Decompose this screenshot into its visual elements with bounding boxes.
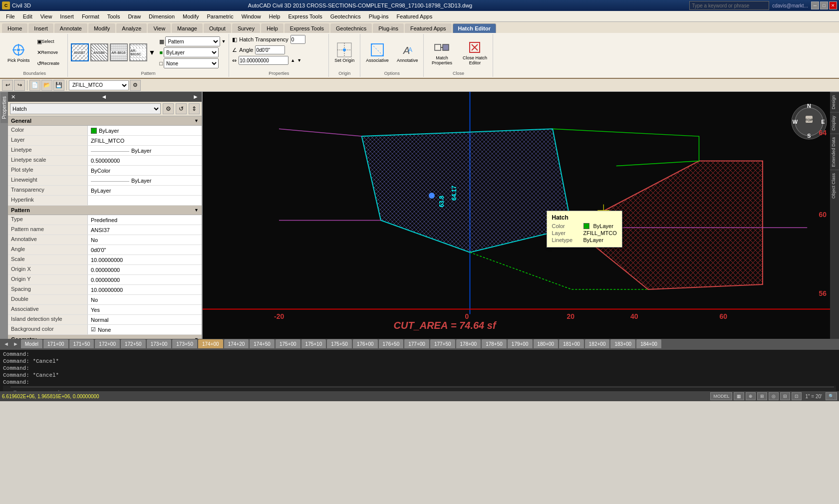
- layer-dropdown[interactable]: ZFILL_MTCO: [69, 80, 129, 90]
- undo-button[interactable]: ↩: [2, 80, 13, 91]
- pattern-ansb7[interactable]: ANSB7: [71, 43, 89, 61]
- viewport-tab-display[interactable]: Display: [830, 112, 839, 134]
- section-pattern[interactable]: Pattern ▼: [8, 206, 202, 215]
- restore-button[interactable]: □: [820, 1, 828, 9]
- pattern-bgcolor-select[interactable]: None: [164, 58, 219, 68]
- object-type-dropdown[interactable]: Hatch: [10, 103, 161, 114]
- pick-points-button[interactable]: Pick Points: [5, 40, 32, 64]
- tab-analyze[interactable]: Analyze: [116, 23, 147, 33]
- transparency-input[interactable]: [290, 35, 305, 44]
- menu-geotechnics[interactable]: Geotechnics: [326, 12, 365, 20]
- prop-lineweight-value[interactable]: ——————— ByLayer: [88, 176, 202, 185]
- snap-button[interactable]: ⊕: [746, 392, 756, 400]
- tab-177+00[interactable]: 177+00: [404, 339, 429, 348]
- menu-edit[interactable]: Edit: [19, 12, 36, 20]
- pattern-arb816[interactable]: AR-B816: [110, 43, 128, 61]
- menu-plugins[interactable]: Plug-ins: [365, 12, 393, 20]
- menu-window[interactable]: Window: [238, 12, 265, 20]
- tab-home[interactable]: Home: [2, 23, 27, 33]
- prop-bg-color-value[interactable]: ☑ None: [88, 325, 202, 334]
- tab-184+00[interactable]: 184+00: [636, 339, 661, 348]
- tab-178+00[interactable]: 178+00: [456, 339, 481, 348]
- osnap-button[interactable]: ⊟: [780, 392, 790, 400]
- tab-171+00[interactable]: 171+00: [43, 339, 68, 348]
- open-button[interactable]: 📂: [41, 80, 52, 91]
- prop-plot-style-value[interactable]: ByColor: [88, 166, 202, 175]
- tab-182+00[interactable]: 182+00: [585, 339, 610, 348]
- minimize-button[interactable]: ─: [811, 1, 819, 9]
- tab-insert[interactable]: Insert: [28, 23, 53, 33]
- tab-help[interactable]: Help: [261, 23, 283, 33]
- viewport-tab-extended[interactable]: Extended Data: [830, 134, 839, 170]
- layer-props-button[interactable]: ⚙: [130, 80, 141, 91]
- menu-view[interactable]: View: [36, 12, 56, 20]
- redo-button[interactable]: ↪: [14, 80, 25, 91]
- tab-174+20[interactable]: 174+20: [224, 339, 249, 348]
- menu-parametric[interactable]: Parametric: [203, 12, 237, 20]
- pattern-scroll-down[interactable]: ▼: [149, 48, 156, 56]
- tab-173+00[interactable]: 173+00: [147, 339, 172, 348]
- tab-modify[interactable]: Modify: [88, 23, 115, 33]
- grid-button[interactable]: ▦: [734, 392, 744, 400]
- tab-survey[interactable]: Survey: [232, 23, 260, 33]
- tab-175+00[interactable]: 175+00: [276, 339, 300, 348]
- tab-manage[interactable]: Manage: [172, 23, 203, 33]
- menu-draw[interactable]: Draw: [124, 12, 145, 20]
- tab-plugins[interactable]: Plug-ins: [373, 23, 404, 33]
- panel-ctrl-btn-1[interactable]: ⚙: [163, 103, 174, 114]
- menu-dimension[interactable]: Dimension: [145, 12, 179, 20]
- tab-176+00[interactable]: 176+00: [353, 339, 378, 348]
- tab-183+00[interactable]: 183+00: [610, 339, 635, 348]
- annotative-button[interactable]: A A Annotative: [394, 40, 421, 64]
- scale-spin-down[interactable]: ▼: [297, 58, 301, 63]
- side-tab-properties[interactable]: Properties: [0, 92, 8, 123]
- tab-express[interactable]: Express Tools: [284, 23, 329, 33]
- panel-nav-right[interactable]: ►: [193, 93, 199, 100]
- viewport-tab-object[interactable]: Object Class: [830, 170, 839, 202]
- tab-output[interactable]: Output: [204, 23, 231, 33]
- cad-viewport[interactable]: Design Display Extended Data Object Clas…: [203, 92, 839, 339]
- tab-hatch-editor[interactable]: Hatch Editor: [453, 23, 496, 33]
- menu-file[interactable]: File: [2, 12, 19, 20]
- menu-modify[interactable]: Modify: [179, 12, 203, 20]
- viewport-tab-design[interactable]: Design: [830, 92, 839, 112]
- section-general[interactable]: General ▼: [8, 116, 202, 126]
- tab-geotechnics[interactable]: Geotechnics: [330, 23, 372, 33]
- scale-spin-up[interactable]: ▲: [290, 58, 295, 63]
- menu-express[interactable]: Express Tools: [284, 12, 326, 20]
- tab-nav-left[interactable]: ◄: [2, 341, 10, 347]
- tab-176+50[interactable]: 176+50: [379, 339, 404, 348]
- prop-double-value[interactable]: No: [88, 295, 202, 304]
- prop-origin-y-value[interactable]: 0.00000000: [88, 275, 202, 284]
- menu-format[interactable]: Format: [78, 12, 103, 20]
- match-properties-button[interactable]: Match Properties: [427, 38, 457, 67]
- ortho-button[interactable]: ⊞: [757, 392, 767, 400]
- pattern-ansb8[interactable]: ANSB8: [90, 43, 108, 61]
- model-space-button[interactable]: MODEL: [710, 392, 732, 400]
- tab-175+10[interactable]: 175+10: [301, 339, 326, 348]
- section-geometry[interactable]: Geometry ▼: [8, 335, 202, 339]
- tab-180+00[interactable]: 180+00: [534, 339, 559, 348]
- prop-annotative-value[interactable]: No: [88, 235, 202, 245]
- new-button[interactable]: 📄: [29, 80, 40, 91]
- remove-button[interactable]: ✕ Remove: [34, 48, 64, 57]
- close-button[interactable]: ✕: [829, 1, 837, 9]
- prop-island-detection-value[interactable]: Normal: [88, 315, 202, 324]
- tab-172+00[interactable]: 172+00: [95, 339, 120, 348]
- select-button[interactable]: ▣ Select: [34, 37, 64, 46]
- prop-scale-value[interactable]: 10.00000000: [88, 255, 202, 264]
- tab-181+00[interactable]: 181+00: [559, 339, 584, 348]
- polar-button[interactable]: ◎: [769, 392, 779, 400]
- prop-linetype-scale-value[interactable]: 0.50000000: [88, 156, 202, 165]
- tab-annotate[interactable]: Annotate: [54, 23, 87, 33]
- prop-layer-value[interactable]: ZFILL_MTCO: [88, 136, 202, 145]
- tab-173+50[interactable]: 173+50: [172, 339, 197, 348]
- prop-spacing-value[interactable]: 10.00000000: [88, 285, 202, 294]
- tab-174+00[interactable]: 174+00: [198, 339, 223, 348]
- menu-insert[interactable]: Insert: [56, 12, 78, 20]
- command-input[interactable]: [10, 387, 834, 391]
- prop-type-value[interactable]: Predefined: [88, 215, 202, 225]
- panel-ctrl-btn-2[interactable]: ↺: [176, 103, 187, 114]
- close-hatch-editor-button[interactable]: Close Hatch Editor: [460, 38, 490, 67]
- tab-175+50[interactable]: 175+50: [327, 339, 352, 348]
